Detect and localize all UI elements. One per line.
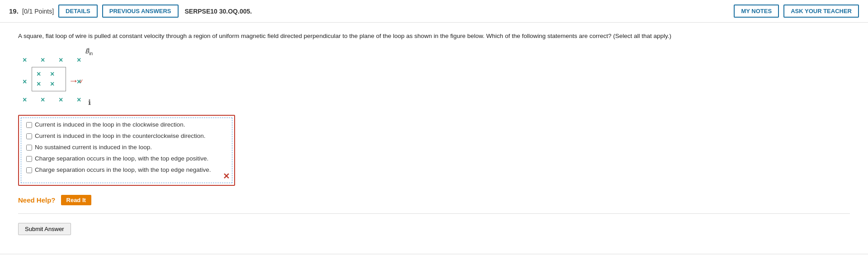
option-label-1: Current is induced in the loop in the cl… bbox=[35, 121, 185, 128]
grid-diagram: B⃗in × × × × × × × × → v × × bbox=[18, 48, 118, 107]
checkbox-1[interactable] bbox=[26, 122, 32, 128]
x-mark: × bbox=[41, 96, 45, 104]
need-help-label: Need Help? bbox=[18, 196, 56, 204]
right-buttons: MY NOTES ASK YOUR TEACHER bbox=[734, 5, 859, 18]
checkbox-5[interactable] bbox=[26, 167, 32, 173]
option-label-3: No sustained current is induced in the l… bbox=[35, 144, 152, 151]
x-mark: × bbox=[23, 56, 27, 64]
close-icon[interactable]: ✕ bbox=[223, 171, 230, 181]
x-mark: × bbox=[23, 78, 27, 86]
x-mark-inner: × bbox=[50, 70, 54, 78]
answer-option-1: Current is induced in the loop in the cl… bbox=[26, 121, 227, 128]
answer-option-4: Charge separation occurs in the loop, wi… bbox=[26, 155, 227, 162]
checkbox-2[interactable] bbox=[26, 133, 32, 139]
ask-teacher-button[interactable]: ASK YOUR TEACHER bbox=[783, 5, 859, 18]
x-mark: × bbox=[23, 96, 27, 104]
need-help-section: Need Help? Read It bbox=[18, 195, 850, 205]
previous-answers-button[interactable]: PREVIOUS ANSWERS bbox=[102, 5, 179, 18]
x-mark: × bbox=[59, 56, 63, 64]
x-mark: × bbox=[59, 96, 63, 104]
x-mark: × bbox=[77, 56, 81, 64]
divider bbox=[18, 213, 850, 214]
option-label-2: Current is induced in the loop in the co… bbox=[35, 132, 205, 139]
x-mark: × bbox=[41, 56, 45, 64]
submit-area: Submit Answer bbox=[18, 218, 850, 240]
answer-option-3: No sustained current is induced in the l… bbox=[26, 144, 227, 151]
checkbox-4[interactable] bbox=[26, 156, 32, 162]
question-text: A square, flat loop of wire is pulled at… bbox=[18, 32, 850, 41]
checkbox-3[interactable] bbox=[26, 145, 32, 151]
figure-area: B⃗in × × × × × × × × → v × × bbox=[18, 48, 850, 107]
x-mark-inner: × bbox=[37, 70, 41, 78]
top-bar: 19. [0/1 Points] DETAILS PREVIOUS ANSWER… bbox=[0, 0, 868, 23]
answer-option-2: Current is induced in the loop in the co… bbox=[26, 132, 227, 139]
option-label-5: Charge separation occurs in the loop, wi… bbox=[35, 166, 211, 173]
question-code: SERPSE10 30.OQ.005. bbox=[185, 8, 252, 15]
option-label-4: Charge separation occurs in the loop, wi… bbox=[35, 155, 208, 162]
details-button[interactable]: DETAILS bbox=[58, 5, 98, 18]
x-mark-inner: × bbox=[50, 80, 54, 88]
info-icon[interactable]: ℹ bbox=[88, 98, 91, 107]
my-notes-button[interactable]: MY NOTES bbox=[734, 5, 779, 18]
read-it-button[interactable]: Read It bbox=[61, 195, 91, 205]
x-mark: × bbox=[77, 96, 81, 104]
answer-option-5: Charge separation occurs in the loop, wi… bbox=[26, 166, 227, 173]
submit-button[interactable]: Submit Answer bbox=[18, 223, 71, 235]
main-content: A square, flat loop of wire is pulled at… bbox=[0, 23, 868, 253]
b-in-label: B⃗in bbox=[85, 48, 93, 56]
question-number: 19. [0/1 Points] bbox=[9, 7, 54, 15]
x-mark: × bbox=[77, 78, 81, 86]
x-mark-inner: × bbox=[37, 80, 41, 88]
answer-box: Current is induced in the loop in the cl… bbox=[18, 115, 235, 186]
loop-box: × × × × bbox=[32, 67, 66, 91]
